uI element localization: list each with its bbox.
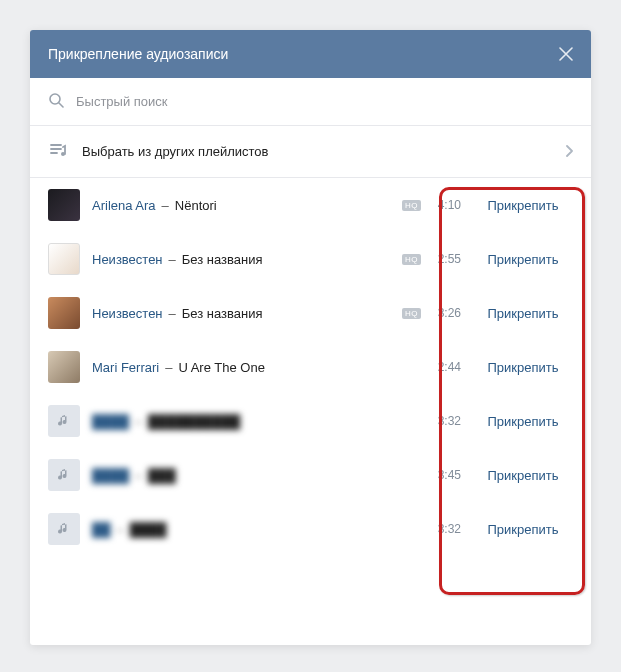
track-row[interactable]: ████–███3:45Прикрепить xyxy=(30,448,591,502)
track-cover[interactable] xyxy=(48,351,80,383)
search-row xyxy=(30,78,591,126)
track-title: Без названия xyxy=(182,306,263,321)
attach-button[interactable]: Прикрепить xyxy=(473,468,573,483)
track-duration: 3:26 xyxy=(427,306,461,320)
track-list[interactable]: Arilena Ara–NëntoriHQ4:10ПрикрепитьНеизв… xyxy=(30,178,591,645)
choose-playlist-row[interactable]: Выбрать из других плейлистов xyxy=(30,126,591,178)
audio-attach-modal: Прикрепление аудиозаписи Выбрать из друг… xyxy=(30,30,591,645)
chevron-right-icon xyxy=(565,143,573,161)
track-artist[interactable]: ████ xyxy=(92,468,129,483)
playlist-icon xyxy=(48,140,68,164)
attach-button[interactable]: Прикрепить xyxy=(473,522,573,537)
track-row[interactable]: ██–████3:32Прикрепить xyxy=(30,502,591,556)
track-cover[interactable] xyxy=(48,297,80,329)
track-meta: Arilena Ara–Nëntori xyxy=(92,198,402,213)
track-meta: ██–████ xyxy=(92,522,427,537)
attach-button[interactable]: Прикрепить xyxy=(473,414,573,429)
track-cover[interactable] xyxy=(48,243,80,275)
track-meta: Неизвестен–Без названия xyxy=(92,306,402,321)
track-title: ████ xyxy=(130,522,167,537)
track-cover[interactable] xyxy=(48,405,80,437)
track-duration: 4:10 xyxy=(427,198,461,212)
track-title: ███ xyxy=(148,468,176,483)
track-duration: 3:45 xyxy=(427,468,461,482)
separator: – xyxy=(165,360,172,375)
track-duration: 2:55 xyxy=(427,252,461,266)
track-duration: 3:32 xyxy=(427,522,461,536)
track-title: ██████████ xyxy=(148,414,240,429)
separator: – xyxy=(169,306,176,321)
track-artist[interactable]: ████ xyxy=(92,414,129,429)
modal-header: Прикрепление аудиозаписи xyxy=(30,30,591,78)
track-artist[interactable]: Arilena Ara xyxy=(92,198,156,213)
track-meta: ████–██████████ xyxy=(92,414,427,429)
track-cover[interactable] xyxy=(48,459,80,491)
track-duration: 2:44 xyxy=(427,360,461,374)
track-row[interactable]: ████–██████████3:32Прикрепить xyxy=(30,394,591,448)
track-row[interactable]: Неизвестен–Без названияHQ3:26Прикрепить xyxy=(30,286,591,340)
svg-line-1 xyxy=(59,103,63,107)
track-meta: Mari Ferrari–U Are The One xyxy=(92,360,427,375)
hq-badge: HQ xyxy=(402,200,421,211)
track-row[interactable]: Mari Ferrari–U Are The One2:44Прикрепить xyxy=(30,340,591,394)
search-icon xyxy=(48,92,64,112)
track-cover[interactable] xyxy=(48,513,80,545)
separator: – xyxy=(169,252,176,267)
track-title: Без названия xyxy=(182,252,263,267)
track-row[interactable]: Arilena Ara–NëntoriHQ4:10Прикрепить xyxy=(30,178,591,232)
track-cover[interactable] xyxy=(48,189,80,221)
track-artist[interactable]: ██ xyxy=(92,522,110,537)
track-title: U Are The One xyxy=(178,360,264,375)
separator: – xyxy=(135,468,142,483)
track-duration: 3:32 xyxy=(427,414,461,428)
track-title: Nëntori xyxy=(175,198,217,213)
close-icon[interactable] xyxy=(559,47,573,61)
separator: – xyxy=(162,198,169,213)
hq-badge: HQ xyxy=(402,254,421,265)
track-meta: ████–███ xyxy=(92,468,427,483)
track-row[interactable]: Неизвестен–Без названияHQ2:55Прикрепить xyxy=(30,232,591,286)
attach-button[interactable]: Прикрепить xyxy=(473,306,573,321)
track-artist[interactable]: Неизвестен xyxy=(92,252,163,267)
attach-button[interactable]: Прикрепить xyxy=(473,252,573,267)
hq-badge: HQ xyxy=(402,308,421,319)
attach-button[interactable]: Прикрепить xyxy=(473,198,573,213)
separator: – xyxy=(116,522,123,537)
modal-title: Прикрепление аудиозаписи xyxy=(48,46,228,62)
track-meta: Неизвестен–Без названия xyxy=(92,252,402,267)
track-artist[interactable]: Mari Ferrari xyxy=(92,360,159,375)
choose-playlist-label: Выбрать из других плейлистов xyxy=(82,144,565,159)
attach-button[interactable]: Прикрепить xyxy=(473,360,573,375)
track-artist[interactable]: Неизвестен xyxy=(92,306,163,321)
separator: – xyxy=(135,414,142,429)
search-input[interactable] xyxy=(76,94,573,109)
